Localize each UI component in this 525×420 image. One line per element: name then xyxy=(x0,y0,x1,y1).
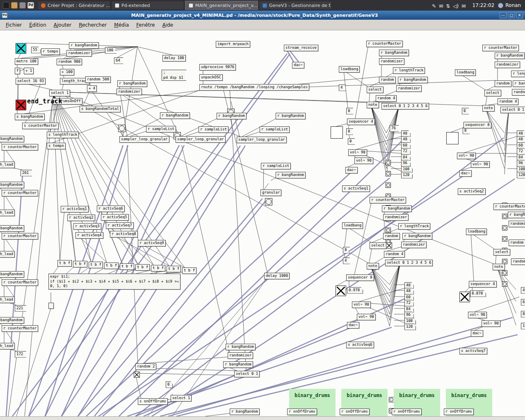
pd-bang[interactable] xyxy=(386,228,391,233)
pd-number-72[interactable]: 72 xyxy=(401,148,411,155)
pd-object-r-bangrandom[interactable]: r bangRandom xyxy=(217,113,247,119)
pd-toggle[interactable] xyxy=(336,285,346,296)
pd-message-221[interactable]: 221 xyxy=(15,305,26,312)
pd-object-s-activseq1[interactable]: s activSeq1 xyxy=(342,185,370,192)
pd-object-r-bangrandom[interactable]: r bangRandom xyxy=(276,113,306,119)
pd-object-r-activseq7[interactable]: r activSeq7 xyxy=(106,222,134,229)
pd-object-vol-90[interactable]: vol~ 90 xyxy=(354,158,373,164)
pd-object-s-bangrandom[interactable]: s bangRandom xyxy=(15,114,45,120)
pd-bang[interactable] xyxy=(502,225,507,231)
pd-object-vol-90[interactable]: vol~ 90 xyxy=(471,161,490,168)
pd-number-96[interactable]: 96 xyxy=(517,160,525,167)
user-menu[interactable]: Ronan xyxy=(498,2,521,8)
pd-number-60[interactable]: 60 xyxy=(401,142,411,149)
pd-number-0[interactable]: 0 xyxy=(166,381,173,388)
pd-object-vol-90[interactable]: vol~ 90 xyxy=(357,314,376,320)
pd-object-r-countermaster[interactable]: r counterMaster xyxy=(2,279,38,286)
pd-object-random-4[interactable]: random 4 xyxy=(511,258,525,265)
pd-object-granular[interactable]: granular xyxy=(260,189,281,196)
pd-object-r-bangrandom[interactable]: r bangRandom xyxy=(0,182,24,188)
pd-object-loadbang[interactable]: loadbang xyxy=(342,222,363,229)
menu-fen-tre[interactable]: Fenêtre xyxy=(132,21,158,30)
pd-object-s-activseq2[interactable]: s activSeq2 xyxy=(458,188,486,195)
volume-icon[interactable]: ◁) xyxy=(453,3,459,9)
pd-number-48[interactable]: 48 xyxy=(401,136,411,143)
pd-object-r-bangrandom[interactable]: r bangRandom xyxy=(402,233,432,240)
pd-message-8[interactable]: 8 xyxy=(463,128,470,134)
pd-object-randomizer[interactable]: randomizer xyxy=(228,352,253,359)
pd-object-random[interactable]: random xyxy=(495,80,511,87)
paint-icon[interactable] xyxy=(19,2,26,9)
pd-object-select-1[interactable]: select 1 xyxy=(171,395,192,402)
pd-gui-square[interactable] xyxy=(446,132,459,144)
pd-object-random-4[interactable]: random 4 xyxy=(498,98,518,105)
pd-object-s-tempo[interactable]: s tempo xyxy=(47,143,66,149)
pd-number-84[interactable]: 84 xyxy=(404,306,414,313)
pd-object-random[interactable]: random xyxy=(509,240,525,246)
clock[interactable]: 17:22:02 xyxy=(472,2,494,8)
pd-canvas[interactable]: 55r tempor bangRandomrandomizer100metro … xyxy=(0,30,525,416)
pd-bang[interactable] xyxy=(502,270,507,276)
pd-object-r-samplelist[interactable]: r sampleList xyxy=(146,126,176,132)
pd-object-t-b-f[interactable]: t b f xyxy=(73,261,87,267)
pd-object-sampler-loop-granular[interactable]: sampler_loop_granular xyxy=(176,136,226,143)
pd-object-r-bangrandom[interactable]: r bangRandom xyxy=(223,361,253,368)
pd-object-100[interactable]: + 100 xyxy=(60,69,74,75)
pd-number-72[interactable]: 72 xyxy=(517,148,525,155)
pd-object-r-activseq6[interactable]: r activSeq6 xyxy=(97,205,125,212)
pd-bang[interactable] xyxy=(502,236,507,242)
pd-object-vol-90[interactable]: vol~ 90 xyxy=(468,312,487,318)
pd-message-76[interactable]: 76 xyxy=(390,125,399,132)
edit-icon[interactable]: ✎ xyxy=(432,3,436,9)
pd-object-dac[interactable]: dac~ xyxy=(471,330,483,337)
pd-object-r-onoffdrums[interactable]: r onOffDrums xyxy=(444,409,474,415)
pd-message-261[interactable]: 261 xyxy=(21,170,32,176)
pd-message-4[interactable]: 4 xyxy=(343,258,350,264)
pd-object-r-tempo[interactable]: r tempo xyxy=(41,48,60,55)
pd-object-select[interactable]: select xyxy=(367,87,383,93)
minimize-button[interactable]: — xyxy=(500,12,507,18)
pd-comment-end-track[interactable]: end_track xyxy=(27,98,62,106)
pd-object-r-bangrandom[interactable]: r bangRandom xyxy=(69,42,99,49)
pd-object-dac[interactable]: dac~ xyxy=(345,167,358,173)
pd-object-s-onoffdrums[interactable]: s onOffDrums xyxy=(138,398,168,405)
pd-object-r-bangrandom[interactable]: r bangRandom xyxy=(495,52,525,59)
pd-object-randomizer[interactable]: randomizer xyxy=(396,85,422,92)
pd-object-r-bangrandom[interactable]: r bangRandom xyxy=(0,136,24,142)
taskbar-window-pd-extended[interactable]: Pd-extended xyxy=(111,1,184,10)
pd-number-48[interactable]: 48 xyxy=(517,136,525,143)
pd-object-unpackosc[interactable]: unpackOSC xyxy=(199,74,223,81)
pd-object-r-bangrandom[interactable]: r bangRandom xyxy=(398,77,428,83)
pd-object-sampler-loop-granular[interactable]: sampler_loop_granular xyxy=(119,136,169,143)
pd-number-0-978[interactable]: 0.978 xyxy=(347,287,363,294)
menu-ajouter[interactable]: Ajouter xyxy=(50,21,75,30)
pd-message-100[interactable]: 100 xyxy=(105,47,116,54)
pd-number-120[interactable]: 120 xyxy=(517,172,525,178)
pd-object-synth-lead[interactable]: synth_lead xyxy=(0,343,15,349)
pd-object-r-bangrandom[interactable]: r bangRandom xyxy=(508,212,525,218)
pd-object-s-activseq6[interactable]: s activSeq6 xyxy=(346,342,374,348)
pd-object-randomizer[interactable]: randomizer xyxy=(401,242,427,248)
pd-number-72[interactable]: 72 xyxy=(404,300,414,306)
mail-icon[interactable]: ✉ xyxy=(439,3,443,9)
taskbar-window-cr-er-projet-g-n-rateur[interactable]: Créer Projet : Générateur ... xyxy=(37,1,110,10)
pd-object-sequencer-4[interactable]: sequencer 4 xyxy=(347,119,375,125)
pd-object-s-activseq7[interactable]: s activSeq7 xyxy=(459,348,487,354)
pd-object[interactable] xyxy=(48,303,54,309)
pd-number-84[interactable]: 84 xyxy=(401,154,411,161)
pd-object-r-activseq1[interactable]: r activSeq1 xyxy=(61,206,89,212)
mail2-icon[interactable]: ✉ xyxy=(461,3,466,9)
pd-object-sequencer-8[interactable]: sequencer 8 xyxy=(463,122,491,128)
pd-object-r-bangrandom[interactable]: r bangRandom xyxy=(230,409,260,415)
taskbar-window-main-generativ-project-v[interactable]: MAIN_generativ_project_v... xyxy=(185,1,258,10)
pd-object-f[interactable]: f xyxy=(15,68,20,74)
pd-object-t-b-f[interactable]: t b f xyxy=(104,262,119,269)
pd-number-48[interactable]: 48 xyxy=(404,288,414,294)
pd-object-note[interactable]: note xyxy=(367,263,379,269)
network-icon[interactable]: ⇅ xyxy=(446,3,450,9)
pd-message-0[interactable]: 0 xyxy=(346,108,353,114)
pd-object-r-onoffdrums[interactable]: r onOffDrums xyxy=(287,409,317,415)
pd-object-r-samplelist[interactable]: r sampleList xyxy=(261,163,291,169)
pd-object-t-b-f[interactable]: t b f xyxy=(151,265,165,272)
pd-object-r-countermaster[interactable]: r counterMaster xyxy=(370,197,406,203)
